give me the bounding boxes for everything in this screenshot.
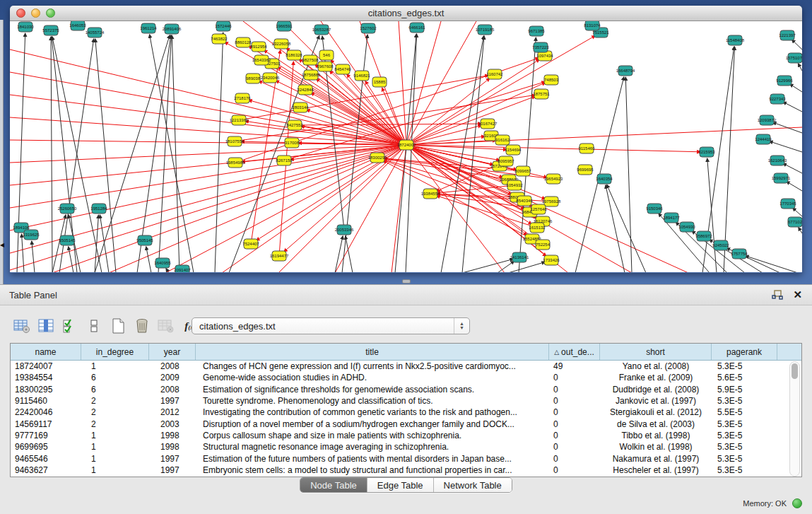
cell-title[interactable]: Disruption of a novel member of a sodium… bbox=[196, 419, 549, 429]
network-node[interactable]: 23420046 bbox=[261, 73, 280, 83]
network-node[interactable]: 989038 bbox=[246, 74, 261, 83]
network-edge[interactable] bbox=[51, 37, 52, 272]
network-edge[interactable] bbox=[100, 215, 109, 272]
table-row[interactable]: 911546021997Tourette syndrome. Phenomeno… bbox=[11, 395, 801, 407]
network-node[interactable]: 9146821 bbox=[353, 71, 370, 81]
cell-year[interactable]: 2012 bbox=[149, 407, 196, 417]
table-row[interactable]: 946554611997Estimation of the future num… bbox=[11, 452, 801, 464]
cell-pagerank[interactable]: 5.9E-5 bbox=[712, 385, 777, 395]
cell-pagerank[interactable]: 5.3E-5 bbox=[712, 454, 777, 464]
network-edge[interactable] bbox=[10, 145, 406, 163]
cell-in_degree[interactable]: 6 bbox=[81, 385, 149, 395]
cell-in_degree[interactable]: 2 bbox=[81, 407, 149, 417]
network-node[interactable]: 8540346 bbox=[516, 196, 533, 206]
select-all-icon[interactable] bbox=[59, 316, 81, 336]
cell-year[interactable]: 1998 bbox=[149, 431, 196, 440]
network-node[interactable]: 1966591 bbox=[276, 21, 293, 31]
network-node[interactable]: 752254 bbox=[536, 240, 551, 250]
network-edge[interactable] bbox=[770, 141, 802, 152]
close-window-icon[interactable] bbox=[16, 8, 25, 18]
network-edge[interactable] bbox=[462, 259, 513, 272]
network-node[interactable]: 1757754 bbox=[731, 249, 748, 259]
network-edge[interactable] bbox=[172, 35, 180, 272]
column-header-year[interactable]: year bbox=[149, 344, 196, 360]
cell-short[interactable]: Franke et al. (2009) bbox=[600, 373, 712, 382]
cell-in_degree[interactable]: 2 bbox=[81, 419, 149, 429]
network-node[interactable]: 6466161 bbox=[408, 23, 425, 33]
select-column-icon[interactable] bbox=[35, 316, 57, 336]
network-node[interactable]: 20053346 bbox=[335, 225, 354, 235]
cell-name[interactable]: 9777169 bbox=[11, 431, 81, 440]
network-edge[interactable] bbox=[792, 40, 802, 49]
network-edge[interactable] bbox=[406, 145, 700, 152]
network-node[interactable]: 2803144 bbox=[292, 103, 309, 112]
cell-name[interactable]: 9699695 bbox=[11, 442, 81, 452]
cell-name[interactable]: 22420046 bbox=[11, 407, 81, 417]
network-node[interactable]: 1951284 bbox=[90, 204, 107, 214]
cell-name[interactable]: 19384554 bbox=[11, 373, 81, 382]
network-node[interactable]: 18300295 bbox=[368, 153, 387, 163]
cell-out_de[interactable]: 0 bbox=[549, 385, 600, 395]
network-node[interactable]: 15885 bbox=[372, 77, 387, 87]
network-edge[interactable] bbox=[95, 35, 170, 272]
network-node[interactable]: 19384554 bbox=[421, 189, 440, 199]
network-node[interactable]: 16194477 bbox=[270, 251, 289, 261]
network-edge[interactable] bbox=[399, 21, 406, 145]
cell-pagerank[interactable]: 5.6E-5 bbox=[712, 373, 777, 382]
network-edge[interactable] bbox=[625, 77, 632, 272]
unselect-rows-icon[interactable] bbox=[83, 316, 105, 336]
network-edge[interactable] bbox=[607, 185, 646, 272]
new-column-icon[interactable] bbox=[107, 316, 129, 336]
network-node[interactable]: 19654923 bbox=[544, 174, 563, 184]
network-node[interactable]: 1640955 bbox=[154, 258, 171, 268]
network-node[interactable]: 5505145 bbox=[59, 235, 76, 245]
panel-collapse-icon[interactable]: ◀ bbox=[0, 242, 4, 248]
network-node[interactable]: 8267150 bbox=[276, 156, 293, 165]
network-node[interactable]: 1054932 bbox=[506, 180, 523, 190]
cell-out_de[interactable]: 0 bbox=[549, 419, 600, 429]
network-node[interactable]: 7357223 bbox=[532, 42, 549, 52]
zoom-window-icon[interactable] bbox=[46, 8, 55, 18]
network-edge[interactable] bbox=[406, 34, 417, 272]
network-edge[interactable] bbox=[707, 158, 717, 272]
network-node[interactable]: 23226058 bbox=[272, 39, 291, 49]
network-node[interactable]: 9699695 bbox=[577, 165, 594, 175]
table-row[interactable]: 969969511998Structural magnetic resonanc… bbox=[11, 441, 801, 452]
network-node[interactable]: 20891406 bbox=[163, 24, 182, 34]
network-node[interactable]: 9671385 bbox=[528, 26, 545, 36]
cell-pagerank[interactable]: 5.3E-5 bbox=[712, 442, 777, 452]
network-edge[interactable] bbox=[109, 145, 406, 272]
network-node[interactable]: 7524407 bbox=[242, 239, 259, 249]
network-node[interactable]: 5572375 bbox=[42, 25, 59, 35]
cell-out_de[interactable]: 0 bbox=[549, 465, 600, 475]
cell-name[interactable]: 9463627 bbox=[11, 465, 81, 475]
cell-short[interactable]: Nakamura et al. (1997) bbox=[600, 454, 712, 464]
cell-out_de[interactable]: 0 bbox=[549, 454, 600, 464]
cell-in_degree[interactable]: 1 bbox=[81, 454, 149, 464]
cell-short[interactable]: Yano et al. (2008) bbox=[600, 361, 712, 371]
close-panel-icon[interactable]: ✕ bbox=[793, 288, 802, 301]
network-node[interactable]: 916162 bbox=[495, 135, 510, 145]
table-row[interactable]: 977716911998Corpus callosum shape and si… bbox=[11, 430, 801, 441]
network-node[interactable]: 1770345 bbox=[779, 199, 796, 209]
network-edge[interactable] bbox=[508, 262, 545, 272]
tab-edge-table[interactable]: Edge Table bbox=[367, 478, 433, 492]
network-node[interactable]: 546 bbox=[319, 50, 334, 60]
cell-out_de[interactable]: 49 bbox=[549, 361, 600, 371]
cell-in_degree[interactable]: 1 bbox=[81, 361, 149, 371]
network-node[interactable]: 1894177 bbox=[663, 213, 680, 223]
cell-out_de[interactable]: 0 bbox=[549, 407, 600, 417]
network-edge[interactable] bbox=[278, 145, 406, 272]
network-edge[interactable] bbox=[158, 35, 172, 272]
cell-year[interactable]: 1997 bbox=[149, 396, 196, 406]
column-header-title[interactable]: title bbox=[196, 344, 549, 360]
network-node[interactable]: 1640354 bbox=[596, 174, 613, 184]
network-edge[interactable] bbox=[798, 64, 802, 71]
network-node[interactable]: 15992971 bbox=[772, 173, 791, 183]
delete-table-icon[interactable] bbox=[155, 316, 177, 336]
float-panel-icon[interactable] bbox=[772, 290, 783, 300]
memory-status-icon[interactable] bbox=[792, 498, 802, 508]
table-row[interactable]: 946362711997Embryonic stem cells: a mode… bbox=[11, 465, 801, 476]
network-edge[interactable] bbox=[783, 163, 802, 173]
network-node[interactable]: 10653287 bbox=[312, 25, 331, 35]
